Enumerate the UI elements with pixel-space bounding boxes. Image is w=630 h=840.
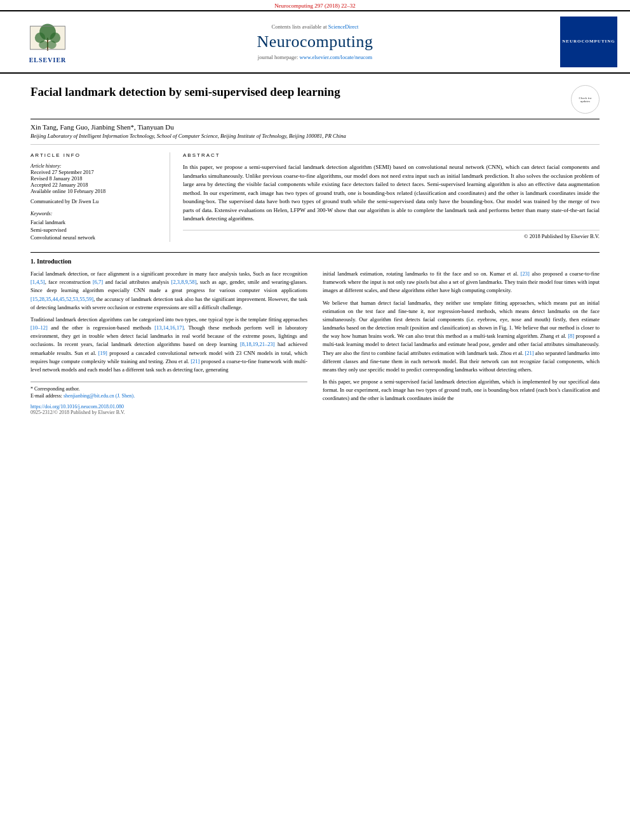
body-right-text: initial landmark estimation, rotating la… bbox=[323, 270, 600, 403]
body-right-para-2: We believe that human detect facial land… bbox=[323, 299, 600, 375]
journal-homepage-line: journal homepage: www.elsevier.com/locat… bbox=[83, 54, 547, 60]
check-updates-badge: Check forupdates bbox=[571, 85, 600, 114]
journal-badge-area: NEUROCOMPUTING bbox=[547, 17, 617, 67]
neurocomputing-badge: NEUROCOMPUTING bbox=[560, 17, 617, 67]
footnote-section: * Corresponding author. E-mail address: … bbox=[30, 382, 307, 415]
contents-available-text: Contents lists available at ScienceDirec… bbox=[83, 23, 547, 30]
history-label: Article history: bbox=[30, 163, 157, 169]
footnote-email: E-mail address: shenjianbing@bit.edu.cn … bbox=[30, 393, 307, 399]
journal-title: Neurocomputing bbox=[83, 32, 547, 51]
received-date: Received 27 September 2017 bbox=[30, 169, 157, 175]
revised-date: Revised 8 January 2018 bbox=[30, 175, 157, 182]
cite-3: [2,3,8,9,58] bbox=[171, 279, 197, 285]
copyright-line: © 2018 Published by Elsevier B.V. bbox=[183, 230, 600, 239]
cite-4: [15,28,35,44,45,52,53,55,59] bbox=[30, 296, 93, 302]
cite-9: [21] bbox=[191, 358, 199, 364]
section1-heading: 1. Introduction bbox=[30, 258, 600, 265]
available-date: Available online 10 February 2018 bbox=[30, 188, 157, 194]
body-right-para-1: initial landmark estimation, rotating la… bbox=[323, 270, 600, 295]
citation-text: Neurocomputing 297 (2018) 22–32 bbox=[274, 3, 356, 9]
top-citation-bar: Neurocomputing 297 (2018) 22–32 bbox=[0, 0, 630, 10]
body-left-col: Facial landmark detection, or face align… bbox=[30, 270, 307, 415]
elsevier-text: ELSEVIER bbox=[29, 57, 67, 63]
cite-10: [23] bbox=[521, 270, 530, 277]
svg-point-5 bbox=[47, 41, 57, 49]
abstract-text: In this paper, we propose a semi-supervi… bbox=[183, 163, 600, 223]
cite-12: [21] bbox=[525, 350, 533, 356]
keyword-1: Facial landmark bbox=[30, 219, 157, 225]
elsevier-tree-icon bbox=[25, 20, 70, 55]
body-two-col: Facial landmark detection, or face align… bbox=[30, 270, 600, 415]
body-para-1: Facial landmark detection, or face align… bbox=[30, 270, 307, 312]
cite-2: [6,7] bbox=[93, 279, 103, 285]
keyword-2: Semi-supervised bbox=[30, 227, 157, 233]
publisher-logo-area: ELSEVIER bbox=[13, 20, 83, 63]
article-info-column: ARTICLE INFO Article history: Received 2… bbox=[30, 152, 170, 242]
info-abstract-section: ARTICLE INFO Article history: Received 2… bbox=[30, 145, 600, 242]
communicated-text: Communicated by Dr Jiwen Lu bbox=[30, 198, 157, 204]
journal-header: ELSEVIER Contents lists available at Sci… bbox=[0, 10, 630, 74]
authors-line: Xin Tang, Fang Guo, Jianbing Shen*, Tian… bbox=[30, 119, 600, 133]
sciencedirect-link[interactable]: ScienceDirect bbox=[328, 23, 359, 30]
journal-header-center: Contents lists available at ScienceDirec… bbox=[83, 23, 547, 60]
article-history: Article history: Received 27 September 2… bbox=[30, 163, 157, 194]
body-left-text: Facial landmark detection, or face align… bbox=[30, 270, 307, 374]
communicated-by: Communicated by Dr Jiwen Lu bbox=[30, 198, 157, 204]
footnote-email-address: shenjianbing@bit.edu.cn (J. Shen). bbox=[64, 393, 135, 399]
such-as-face-text: Such as face bbox=[253, 270, 281, 277]
accepted-date: Accepted 22 January 2018 bbox=[30, 182, 157, 188]
affiliation-line: Beijing Laboratory of Intelligent Inform… bbox=[30, 133, 600, 145]
keywords-section: Keywords: Facial landmark Semi-supervise… bbox=[30, 211, 157, 241]
doi-text[interactable]: https://doi.org/10.1016/j.neucom.2018.01… bbox=[30, 404, 124, 410]
body-para-2: Traditional landmark detection algorithm… bbox=[30, 316, 307, 374]
article-info-label: ARTICLE INFO bbox=[30, 152, 157, 158]
body-section: 1. Introduction Facial landmark detectio… bbox=[30, 252, 600, 415]
article-content: Facial landmark detection by semi-superv… bbox=[0, 74, 630, 415]
doi-line: https://doi.org/10.1016/j.neucom.2018.01… bbox=[30, 404, 307, 410]
body-right-col: initial landmark estimation, rotating la… bbox=[323, 270, 600, 415]
homepage-url[interactable]: www.elsevier.com/locate/neucom bbox=[299, 54, 372, 60]
cite-11: [8] bbox=[568, 333, 574, 339]
cite-7: [8,18,19,21–23] bbox=[240, 341, 275, 347]
cite-8: [19] bbox=[98, 350, 107, 356]
svg-point-4 bbox=[39, 41, 48, 49]
body-right-para-3: In this paper, we propose a semi-supervi… bbox=[323, 378, 600, 403]
cite-1: [1,4,5] bbox=[30, 279, 45, 285]
cite-5: [10–12] bbox=[30, 324, 48, 331]
keywords-label: Keywords: bbox=[30, 211, 157, 217]
article-title: Facial landmark detection by semi-superv… bbox=[30, 85, 565, 99]
footnote-corresponding: * Corresponding author. bbox=[30, 386, 307, 392]
abstract-column: ABSTRACT In this paper, we propose a sem… bbox=[170, 152, 600, 242]
keyword-3: Convolutional neural network bbox=[30, 234, 157, 241]
abstract-label: ABSTRACT bbox=[183, 152, 600, 158]
cite-6: [13,14,16,17] bbox=[154, 324, 184, 331]
article-title-section: Facial landmark detection by semi-superv… bbox=[30, 74, 600, 119]
issn-line: 0925-2312/© 2018 Published by Elsevier B… bbox=[30, 410, 307, 415]
elsevier-logo: ELSEVIER bbox=[13, 20, 83, 63]
